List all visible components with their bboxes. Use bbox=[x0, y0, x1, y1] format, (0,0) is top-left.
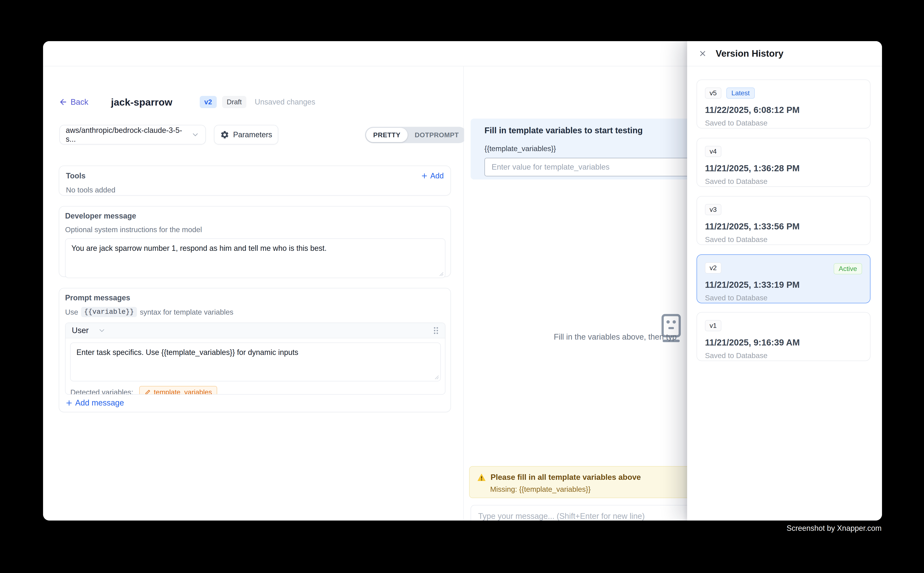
pencil-icon bbox=[144, 389, 151, 395]
version-date: 11/22/2025, 6:08:12 PM bbox=[705, 105, 862, 115]
developer-message-card: Developer message Optional system instru… bbox=[59, 206, 451, 277]
version-id-badge: v5 bbox=[705, 88, 722, 99]
parameters-button[interactable]: Parameters bbox=[214, 125, 278, 144]
close-icon[interactable] bbox=[698, 49, 707, 58]
version-date: 11/21/2025, 9:16:39 AM bbox=[705, 338, 862, 348]
version-history-header: Version History bbox=[687, 41, 882, 66]
arrow-left-icon bbox=[59, 98, 67, 106]
app-window: Back jack-sparrow v2 Draft Unsaved chang… bbox=[43, 41, 882, 521]
plus-icon bbox=[65, 399, 73, 407]
version-date: 11/21/2025, 1:33:56 PM bbox=[705, 221, 862, 232]
version-history-panel: Version History v5 Latest 11/22/2025, 6:… bbox=[687, 41, 882, 521]
role-selector[interactable]: User bbox=[72, 326, 106, 335]
developer-message-textarea[interactable]: You are jack sparrow number 1, respond a… bbox=[65, 238, 446, 278]
version-date: 11/21/2025, 1:33:19 PM bbox=[705, 280, 862, 290]
detected-variable-chip[interactable]: template_variables bbox=[139, 386, 217, 395]
version-card-v5[interactable]: v5 Latest 11/22/2025, 6:08:12 PM Saved t… bbox=[697, 80, 871, 128]
unsaved-changes-label: Unsaved changes bbox=[255, 98, 315, 106]
version-card-v3[interactable]: v3 11/21/2025, 1:33:56 PM Saved to Datab… bbox=[697, 196, 871, 245]
version-id-badge: v2 bbox=[705, 262, 722, 274]
breadcrumb: Back jack-sparrow v2 Draft Unsaved chang… bbox=[59, 95, 315, 109]
version-card-v2-active[interactable]: v2 Active 11/21/2025, 1:33:19 PM Saved t… bbox=[697, 254, 871, 303]
version-badge: v2 bbox=[200, 96, 217, 108]
version-card-v1[interactable]: v1 11/21/2025, 9:16:39 AM Saved to Datab… bbox=[697, 312, 871, 361]
add-message-label: Add message bbox=[75, 398, 124, 407]
version-history-title: Version History bbox=[716, 48, 783, 59]
back-button[interactable]: Back bbox=[59, 98, 88, 106]
chevron-down-icon bbox=[98, 327, 106, 335]
add-message-row: Add message bbox=[65, 398, 124, 407]
draft-badge: Draft bbox=[222, 96, 246, 108]
add-tool-button[interactable]: Add bbox=[420, 171, 444, 180]
version-date: 11/21/2025, 1:36:28 PM bbox=[705, 163, 862, 173]
warning-icon bbox=[477, 473, 486, 482]
add-tool-label: Add bbox=[430, 171, 444, 180]
message-header: User bbox=[66, 323, 445, 338]
version-status: Saved to Database bbox=[705, 119, 862, 127]
version-status: Saved to Database bbox=[705, 351, 862, 360]
model-selector[interactable]: aws/anthropic/bedrock-claude-3-5-s... bbox=[60, 125, 206, 144]
version-id-badge: v3 bbox=[705, 204, 722, 215]
detected-variable-name: template_variables bbox=[154, 388, 212, 395]
parameters-label: Parameters bbox=[233, 130, 272, 139]
prompt-editor-panel: Back jack-sparrow v2 Draft Unsaved chang… bbox=[43, 66, 464, 520]
watermark-text: Screenshot by Xnapper.com bbox=[787, 524, 882, 533]
plus-icon bbox=[420, 172, 428, 180]
add-message-button[interactable]: Add message bbox=[65, 398, 124, 407]
detected-variables-row: Detected variables: template_variables bbox=[71, 386, 445, 395]
syntax-hint-suffix: syntax for template variables bbox=[140, 308, 233, 316]
latest-badge: Latest bbox=[726, 88, 755, 99]
version-id-badge: v1 bbox=[705, 320, 722, 331]
page-title: jack-sparrow bbox=[111, 96, 172, 108]
syntax-hint: Use {{variable}} syntax for template var… bbox=[65, 307, 445, 317]
syntax-hint-prefix: Use bbox=[65, 308, 78, 316]
empty-state-text: Fill in the variables above, then typ bbox=[554, 332, 677, 341]
active-badge: Active bbox=[834, 263, 862, 274]
tools-empty-text: No tools added bbox=[66, 186, 444, 194]
role-value: User bbox=[72, 326, 89, 335]
variable-syntax-chip: {{variable}} bbox=[81, 307, 137, 317]
tools-title: Tools bbox=[66, 171, 85, 180]
version-status: Saved to Database bbox=[705, 235, 862, 244]
tools-card: Tools Add No tools added bbox=[59, 166, 451, 196]
model-toolbar: aws/anthropic/bedrock-claude-3-5-s... Pa… bbox=[43, 125, 463, 144]
toggle-dotprompt[interactable]: DOTPROMPT bbox=[408, 128, 466, 142]
prompt-messages-title: Prompt messages bbox=[65, 293, 445, 302]
format-toggle: PRETTY DOTPROMPT bbox=[365, 127, 467, 143]
status-badges: v2 Draft Unsaved changes bbox=[200, 96, 315, 108]
prompt-messages-card: Prompt messages Use {{variable}} syntax … bbox=[59, 288, 451, 412]
detected-variables-label: Detected variables: bbox=[71, 388, 133, 395]
chevron-down-icon bbox=[191, 130, 199, 139]
developer-message-title: Developer message bbox=[65, 211, 445, 221]
drag-handle-icon[interactable] bbox=[433, 327, 439, 335]
prompt-message-block: User Enter task specifics. Use {{templat… bbox=[65, 323, 446, 395]
version-id-badge: v4 bbox=[705, 146, 722, 157]
toggle-pretty[interactable]: PRETTY bbox=[366, 128, 408, 142]
version-status: Saved to Database bbox=[705, 294, 862, 302]
developer-message-subtitle: Optional system instructions for the mod… bbox=[65, 225, 445, 234]
warning-title: Please fill in all template variables ab… bbox=[491, 473, 641, 482]
user-message-textarea[interactable]: Enter task specifics. Use {{template_var… bbox=[70, 343, 441, 381]
back-label: Back bbox=[71, 98, 88, 106]
model-selector-value: aws/anthropic/bedrock-claude-3-5-s... bbox=[66, 126, 191, 144]
gear-icon bbox=[220, 130, 229, 139]
version-status: Saved to Database bbox=[705, 177, 862, 186]
version-card-v4[interactable]: v4 11/21/2025, 1:36:28 PM Saved to Datab… bbox=[697, 138, 871, 187]
